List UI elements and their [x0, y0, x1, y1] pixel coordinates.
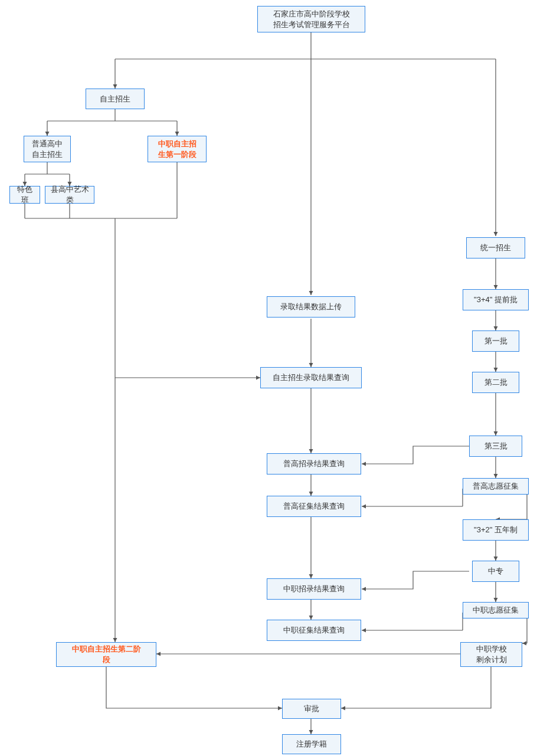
label-pg-self: 普通高中自主招生: [32, 139, 63, 159]
label-xgyishu: 县高中艺术类: [49, 184, 90, 205]
label-pg-query: 普高招录结果查询: [283, 459, 345, 469]
label-shenpi: 审批: [304, 703, 319, 714]
node-pg-self: 普通高中自主招生: [24, 136, 71, 162]
node-zz-self-p2: 中职自主招生第二阶段: [56, 642, 156, 667]
label-b32: "3+2" 五年制: [474, 525, 518, 535]
node-b34: "3+4" 提前批: [463, 289, 529, 310]
node-pg-query: 普高招录结果查询: [267, 453, 361, 474]
node-batch1: 第一批: [472, 330, 519, 352]
node-xgyishu: 县高中艺术类: [45, 186, 94, 204]
label-b34: "3+4" 提前批: [474, 294, 518, 305]
label-upload: 录取结果数据上传: [280, 302, 342, 312]
node-pg-zj-query: 普高征集结果查询: [267, 496, 361, 517]
node-self-query: 自主招生录取结果查询: [260, 367, 362, 388]
label-zz-self-p2: 中职自主招生第二阶段: [72, 644, 141, 665]
node-batch2: 第二批: [472, 372, 519, 393]
label-zz-zj-query: 中职征集结果查询: [283, 625, 345, 636]
node-zhuce: 注册学籍: [282, 734, 341, 754]
node-zz-zhengji: 中职志愿征集: [463, 602, 529, 618]
label-self-enroll: 自主招生: [100, 94, 130, 104]
label-pg-zhengji: 普高志愿征集: [473, 481, 519, 492]
label-self-query: 自主招生录取结果查询: [273, 372, 349, 383]
node-zz-query: 中职招录结果查询: [267, 578, 361, 600]
node-tese: 特色班: [9, 186, 40, 204]
node-platform: 石家庄市高中阶段学校招生考试管理服务平台: [257, 6, 365, 32]
node-zz-remain: 中职学校剩余计划: [460, 642, 522, 667]
label-batch2: 第二批: [484, 377, 507, 388]
node-shenpi: 审批: [282, 699, 341, 719]
label-zz-zhengji: 中职志愿征集: [473, 605, 519, 616]
label-tese: 特色班: [14, 184, 36, 205]
node-zz-zj-query: 中职征集结果查询: [267, 620, 361, 641]
node-b32: "3+2" 五年制: [463, 519, 529, 541]
label-zz-remain: 中职学校剩余计划: [476, 644, 507, 665]
node-upload: 录取结果数据上传: [267, 296, 355, 318]
label-zhuce: 注册学籍: [296, 739, 327, 750]
label-platform: 石家庄市高中阶段学校招生考试管理服务平台: [273, 9, 350, 30]
label-pg-zj-query: 普高征集结果查询: [283, 501, 345, 512]
label-zhongzhuan: 中专: [488, 566, 503, 577]
label-batch3: 第三批: [484, 441, 507, 451]
node-batch3: 第三批: [469, 436, 522, 457]
node-self-enroll: 自主招生: [86, 89, 145, 109]
flowchart-canvas: 石家庄市高中阶段学校招生考试管理服务平台 自主招生 普通高中自主招生 中职自主招…: [0, 0, 537, 756]
label-unified: 统一招生: [480, 243, 511, 253]
node-pg-zhengji: 普高志愿征集: [463, 478, 529, 495]
node-zz-self-p1: 中职自主招生第一阶段: [148, 136, 207, 162]
label-batch1: 第一批: [484, 336, 507, 346]
label-zz-query: 中职招录结果查询: [283, 584, 345, 594]
node-zhongzhuan: 中专: [472, 561, 519, 582]
node-unified: 统一招生: [466, 237, 525, 258]
label-zz-self-p1: 中职自主招生第一阶段: [158, 139, 197, 159]
